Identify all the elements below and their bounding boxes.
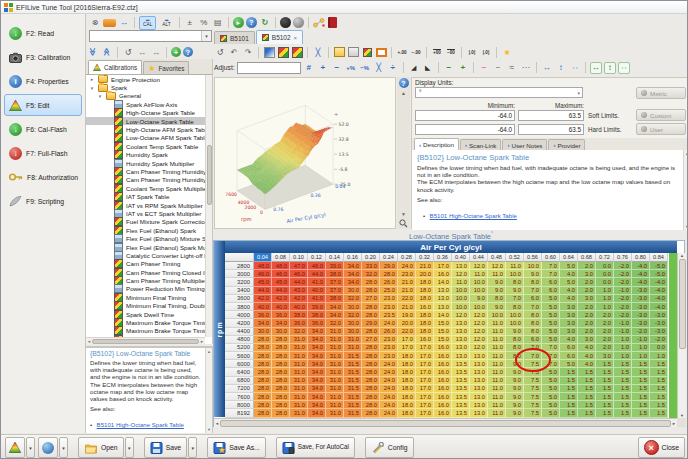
column-header[interactable]: 0.84 — [650, 253, 668, 262]
table-cell[interactable]: 29.0 — [380, 262, 398, 270]
table-cell[interactable]: -3.0 — [632, 311, 650, 319]
tune-tool-menu-button[interactable] — [5, 437, 25, 458]
table-cell[interactable]: 1.5 — [614, 409, 632, 417]
column-header[interactable]: 0.60 — [542, 253, 560, 262]
table-cell[interactable]: 13.5 — [452, 393, 470, 401]
table-cell[interactable]: 28.0 — [362, 409, 380, 417]
table-cell[interactable]: 1.5 — [560, 385, 578, 393]
table-cell[interactable]: 34.0 — [326, 303, 344, 311]
table-cell[interactable]: 7.0 — [524, 352, 542, 360]
table-cell[interactable]: 2.0 — [578, 278, 596, 286]
table-cell[interactable]: 28.0 — [362, 368, 380, 376]
table-cell[interactable]: 9.0 — [488, 287, 506, 295]
table-cell[interactable]: 1.5 — [632, 409, 650, 417]
table-cell[interactable]: 34.0 — [326, 311, 344, 319]
table-cell[interactable]: 31.5 — [344, 360, 362, 368]
save-as-button[interactable]: Save As... — [207, 437, 266, 458]
table-cell[interactable]: 15.0 — [434, 328, 452, 336]
tree-item[interactable]: Power Reduction Min Timing — [86, 285, 205, 293]
table-cell[interactable]: 34.0 — [344, 278, 362, 286]
table-cell[interactable]: 31.0 — [344, 336, 362, 344]
column-header[interactable]: 0.12 — [308, 253, 326, 262]
table-cell[interactable]: 5.0 — [542, 328, 560, 336]
table-cell[interactable]: 31.5 — [344, 393, 362, 401]
table-cell[interactable]: 12.0 — [452, 311, 470, 319]
table-cell[interactable]: -2.0 — [650, 336, 668, 344]
table-cell[interactable]: 30.0 — [344, 303, 362, 311]
table-cell[interactable]: 28.0 — [362, 328, 380, 336]
table-cell[interactable]: 2.0 — [578, 262, 596, 270]
table-cell[interactable]: 28.0 — [362, 401, 380, 409]
table-cell[interactable]: 3.0 — [596, 352, 614, 360]
table-cell[interactable]: 34.0 — [308, 401, 326, 409]
curve-icon[interactable]: ~ — [478, 62, 490, 74]
display-units-combo[interactable]: ° ▾ — [415, 87, 583, 98]
table-cell[interactable]: 11.0 — [488, 368, 506, 376]
table-cell[interactable]: 30.0 — [254, 328, 272, 336]
map-links-icon[interactable] — [313, 17, 325, 29]
open-dropdown[interactable]: ▾ — [125, 437, 134, 458]
table-cell[interactable]: 8.0 — [524, 278, 542, 286]
scroll-up-icon[interactable]: ▲ — [680, 253, 684, 258]
table-cell[interactable]: 23.0 — [380, 352, 398, 360]
table-cell[interactable]: 28.0 — [362, 287, 380, 295]
fill-vertical-icon[interactable]: ↕ — [604, 62, 616, 74]
table-cell[interactable]: 41.0 — [308, 295, 326, 303]
table-cell[interactable]: 4.0 — [560, 287, 578, 295]
table-3d-compare-icon[interactable] — [291, 46, 303, 58]
table-cell[interactable]: 28.0 — [254, 401, 272, 409]
table-cell[interactable]: 28.0 — [362, 344, 380, 352]
table-cell[interactable]: 10.0 — [452, 303, 470, 311]
table-cell[interactable]: 3.0 — [578, 295, 596, 303]
table-cell[interactable]: 16.0 — [434, 409, 452, 417]
table-cell[interactable]: 28.0 — [272, 401, 290, 409]
swap-axes-icon[interactable]: ╳ — [312, 46, 324, 58]
table-cell[interactable]: 28.0 — [272, 385, 290, 393]
combo-arrow-icon[interactable]: ▾ — [201, 31, 211, 41]
table-cell[interactable]: 5.0 — [542, 377, 560, 385]
table-cell[interactable]: -5.0 — [650, 270, 668, 278]
table-cell[interactable]: 13.0 — [470, 352, 488, 360]
table-cell[interactable]: 3.0 — [560, 311, 578, 319]
table-cell[interactable]: 31.5 — [344, 385, 362, 393]
table-cell[interactable]: 31.0 — [326, 352, 344, 360]
table-cell[interactable]: 6.0 — [524, 295, 542, 303]
table-cell[interactable]: 0.0 — [650, 344, 668, 352]
table-cell[interactable]: 36.0 — [308, 319, 326, 327]
table-cell[interactable]: 18.0 — [416, 311, 434, 319]
column-header[interactable]: 0.64 — [560, 253, 578, 262]
table-cell[interactable]: -4.0 — [632, 278, 650, 286]
table-cell[interactable]: -2.0 — [614, 262, 632, 270]
table-cell[interactable]: 7.5 — [524, 385, 542, 393]
table-cell[interactable]: 11.0 — [506, 262, 524, 270]
table-cell[interactable]: 26.0 — [380, 328, 398, 336]
row-header[interactable]: 3200 — [225, 278, 254, 286]
table-cell[interactable]: 48.0 — [272, 262, 290, 270]
table-cell[interactable]: 1.5 — [650, 401, 668, 409]
table-cell[interactable]: 13.0 — [452, 344, 470, 352]
table-cell[interactable]: 13.0 — [470, 409, 488, 417]
save-button[interactable]: Save — [144, 437, 188, 458]
table-cell[interactable]: 13.0 — [470, 368, 488, 376]
table-cell[interactable]: 34.0 — [308, 368, 326, 376]
table-cell[interactable]: 30.0 — [344, 287, 362, 295]
custom-button[interactable]: Custom — [636, 109, 686, 121]
table-cell[interactable]: 1.5 — [578, 393, 596, 401]
table-cell[interactable]: 12.0 — [470, 262, 488, 270]
table-cell[interactable]: -3.0 — [650, 311, 668, 319]
table-cell[interactable]: 40.0 — [254, 303, 272, 311]
table-cell[interactable]: 31.0 — [344, 344, 362, 352]
table-cell[interactable]: 1.5 — [650, 360, 668, 368]
table-cell[interactable]: 11.0 — [470, 270, 488, 278]
table-cell[interactable]: 1.5 — [596, 393, 614, 401]
redo-icon[interactable]: ↷ — [242, 46, 254, 58]
doc-tab-b5101[interactable]: B5101 — [214, 31, 255, 44]
tab-provider[interactable]: ›Provider — [548, 139, 585, 150]
table-cell[interactable]: 28.0 — [362, 311, 380, 319]
tree-item[interactable]: ▸Engine Protection — [86, 75, 205, 83]
table-cell[interactable]: 36.0 — [272, 311, 290, 319]
scroll-left-icon[interactable]: ◄ — [87, 339, 91, 344]
table-cell[interactable]: 17.0 — [416, 377, 434, 385]
column-header[interactable]: 0.52 — [506, 253, 524, 262]
table-cell[interactable]: 31.0 — [326, 360, 344, 368]
